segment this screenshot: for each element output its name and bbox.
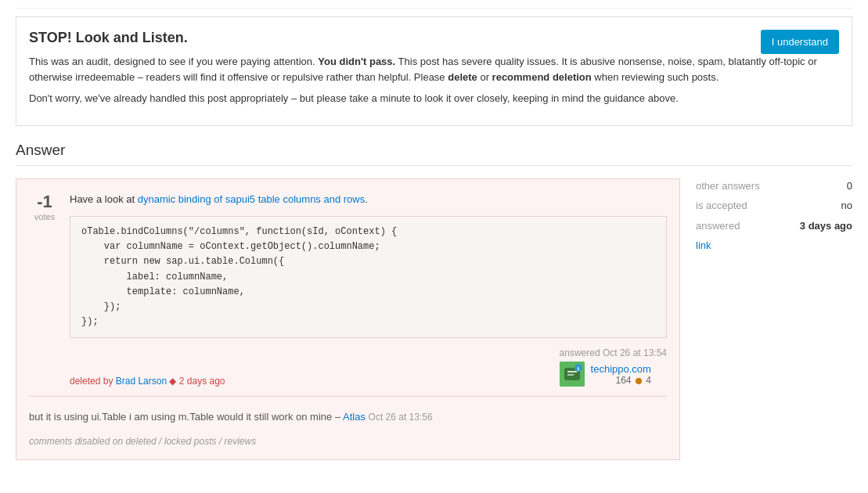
- user-card: t techippo.com 164 4: [560, 362, 667, 387]
- answered-stat-label: answered: [696, 218, 740, 234]
- audit-para1-end3: when reviewing such posts.: [592, 71, 719, 83]
- deleted-by-label: deleted by: [70, 376, 116, 387]
- answer-post: -1 votes Have a look at dynamic binding …: [16, 178, 680, 460]
- deleted-time: 2 days ago: [179, 376, 225, 387]
- comment-item: but it is using ui.Table i am using m.Ta…: [29, 405, 667, 430]
- answer-sidebar: other answers 0 is accepted no answered …: [696, 178, 852, 460]
- comments-disabled-notice: comments disabled on deleted / locked po…: [29, 436, 667, 447]
- svg-rect-3: [567, 374, 574, 376]
- code-block: oTable.bindColumns("/columns", function(…: [70, 216, 667, 338]
- other-answers-label: other answers: [696, 178, 760, 194]
- user-name-link[interactable]: techippo.com: [591, 363, 651, 375]
- audit-para1-bold: You didn't pass.: [318, 56, 395, 67]
- is-accepted-label: is accepted: [696, 198, 747, 214]
- user-rep: 164 4: [591, 375, 651, 386]
- user-info: techippo.com 164 4: [591, 363, 651, 386]
- audit-paragraph1: This was an audit, designed to see if yo…: [29, 54, 839, 85]
- rep-badge-icon: [636, 378, 642, 384]
- comment-time: Oct 26 at 13:56: [369, 412, 433, 423]
- comment-section: but it is using ui.Table i am using m.Ta…: [29, 396, 667, 447]
- avatar: t: [560, 362, 585, 387]
- deleted-diamond: ◆: [169, 376, 176, 387]
- answer-meta: deleted by Brad Larson ◆ 2 days ago answ…: [70, 347, 667, 387]
- rep-value: 164: [616, 375, 632, 386]
- audit-banner: STOP! Look and Listen. I understand This…: [16, 16, 852, 126]
- comment-text-start: but it is using ui.Table i am using m.Ta…: [29, 411, 343, 423]
- page-container: STOP! Look and Listen. I understand This…: [0, 0, 868, 468]
- avatar-icon: t: [560, 362, 585, 387]
- answer-text-end: .: [365, 193, 368, 205]
- answer-text-start: Have a look at: [70, 193, 138, 205]
- stat-row-answered: answered 3 days ago: [696, 218, 852, 234]
- sidebar-stats: other answers 0 is accepted no answered …: [696, 178, 852, 252]
- badge-count: 4: [646, 375, 651, 386]
- comment-user-link[interactable]: Atlas: [343, 411, 366, 423]
- deleted-by-link[interactable]: Brad Larson: [116, 376, 167, 387]
- audit-para1-bold3: recommend deletion: [492, 71, 592, 83]
- other-answers-value: 0: [847, 178, 852, 194]
- answered-stat-value: 3 days ago: [800, 218, 852, 234]
- vote-label: votes: [34, 212, 55, 221]
- is-accepted-value: no: [841, 198, 852, 214]
- audit-title: STOP! Look and Listen.: [29, 30, 839, 46]
- svg-rect-2: [567, 371, 577, 372]
- stat-row-other-answers: other answers 0: [696, 178, 852, 194]
- answer-main: -1 votes Have a look at dynamic binding …: [16, 178, 680, 460]
- stat-row-is-accepted: is accepted no: [696, 198, 852, 214]
- answer-link-button[interactable]: link: [696, 239, 711, 251]
- audit-paragraph2: Don't worry, we've already handled this …: [29, 91, 839, 106]
- deleted-notice: deleted by Brad Larson ◆ 2 days ago: [70, 376, 225, 387]
- answer-section-heading: Answer: [16, 142, 852, 166]
- answer-layout: -1 votes Have a look at dynamic binding …: [16, 178, 852, 460]
- audit-para1-bold2: delete: [448, 71, 477, 83]
- answer-link[interactable]: dynamic binding of sapui5 table columns …: [138, 193, 366, 205]
- answer-content-row: -1 votes Have a look at dynamic binding …: [29, 192, 667, 387]
- vote-section: -1 votes: [29, 192, 60, 387]
- understand-button[interactable]: I understand: [761, 30, 839, 54]
- answer-text: Have a look at dynamic binding of sapui5…: [70, 192, 667, 207]
- answered-info: answered Oct 26 at 13:54: [560, 347, 667, 387]
- audit-para1-end2: or: [477, 71, 492, 83]
- vote-count: -1: [37, 192, 52, 212]
- answer-body: Have a look at dynamic binding of sapui5…: [70, 192, 667, 387]
- sidebar-link-section: link: [696, 239, 852, 251]
- audit-para1-start: This was an audit, designed to see if yo…: [29, 56, 318, 67]
- answered-label: answered Oct 26 at 13:54: [560, 347, 667, 358]
